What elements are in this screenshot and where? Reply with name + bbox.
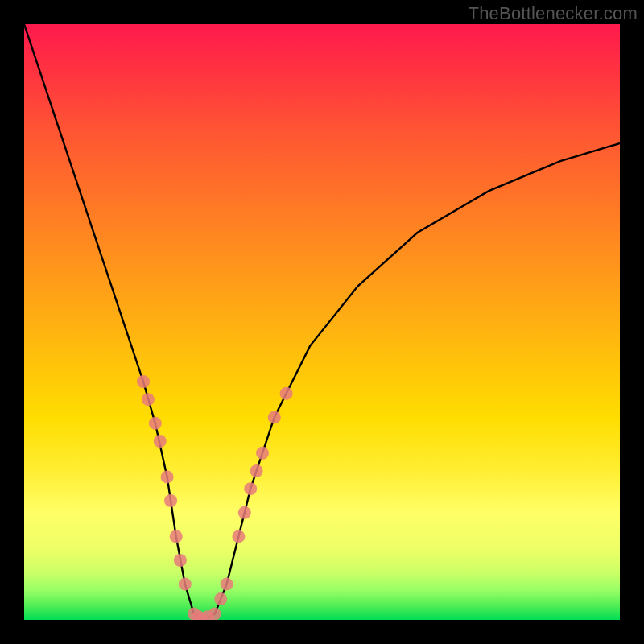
plot-area — [24, 24, 620, 620]
bottleneck-curve — [24, 24, 620, 620]
chart-frame: TheBottlenecker.com — [0, 0, 644, 644]
marker-point — [161, 470, 174, 483]
watermark-text: TheBottlenecker.com — [469, 3, 638, 24]
marker-point — [221, 578, 233, 591]
marker-group — [137, 375, 293, 620]
marker-point — [154, 435, 167, 448]
marker-point — [244, 482, 257, 495]
marker-point — [232, 530, 245, 543]
marker-point — [179, 578, 192, 591]
marker-point — [268, 411, 281, 423]
marker-point — [280, 387, 293, 400]
marker-point — [250, 464, 263, 477]
marker-point — [137, 375, 150, 388]
marker-point — [149, 417, 162, 430]
marker-point — [214, 592, 227, 605]
marker-point — [208, 608, 221, 620]
marker-point — [256, 447, 269, 460]
marker-point — [142, 393, 155, 406]
marker-point — [174, 554, 187, 567]
marker-point — [170, 530, 183, 543]
chart-svg — [24, 24, 620, 620]
marker-point — [164, 494, 177, 507]
marker-point — [238, 506, 251, 519]
